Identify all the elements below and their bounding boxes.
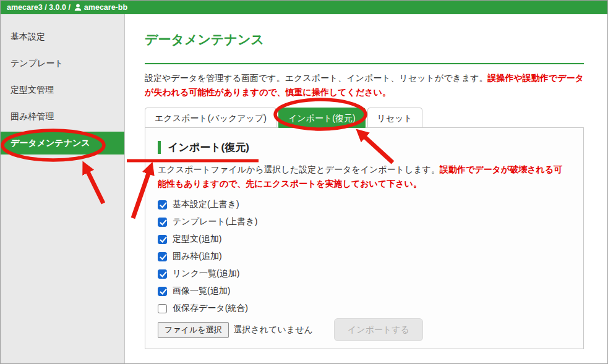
sidebar-item-data-maintenance[interactable]: データメンテナンス bbox=[1, 132, 124, 154]
checkbox-row-draft-data[interactable]: 仮保存データ(統合) bbox=[158, 300, 571, 317]
page-description: 設定やデータを管理する画面です。エクスポート、インポート、リセットができます。誤… bbox=[145, 71, 585, 99]
panel-heading: インポート(復元) bbox=[158, 140, 571, 154]
sidebar-item-border-box[interactable]: 囲み枠管理 bbox=[1, 103, 124, 130]
sidebar-item-basic-settings[interactable]: 基本設定 bbox=[1, 23, 124, 50]
checkbox-label: リンク一覧(追加) bbox=[173, 268, 239, 279]
checkbox-label: 画像一覧(追加) bbox=[173, 286, 230, 297]
app-window: amecare3 / 3.0.0 / amecare-bb 基本設定 テンプレー… bbox=[0, 0, 608, 364]
checkbox-label: 囲み枠(追加) bbox=[173, 251, 222, 262]
tab-import-restore[interactable]: インポート(復元) bbox=[278, 108, 366, 128]
sidebar-item-template[interactable]: テンプレート bbox=[1, 50, 124, 77]
checkbox-label: テンプレート(上書き) bbox=[173, 216, 257, 227]
user-icon bbox=[74, 4, 82, 11]
tab-bar: エクスポート(バックアップ) インポート(復元) リセット bbox=[145, 108, 583, 127]
import-options-list: 基本設定(上書き) テンプレート(上書き) 定型文(追加) 囲み枠(追加) リン… bbox=[158, 196, 571, 317]
panel-heading-text: インポート(復元) bbox=[168, 140, 249, 154]
panel-description-text: エクスポートファイルから選択した設定とデータをインポートします。 bbox=[158, 164, 440, 174]
file-select-button[interactable]: ファイルを選択 bbox=[158, 322, 229, 338]
main-content: データメンテナンス 設定やデータを管理する画面です。エクスポート、インポート、リ… bbox=[125, 14, 607, 363]
tab-export-backup[interactable]: エクスポート(バックアップ) bbox=[145, 108, 276, 128]
checkbox-row-image-list[interactable]: 画像一覧(追加) bbox=[158, 282, 571, 300]
checkbox-row-basic-settings[interactable]: 基本設定(上書き) bbox=[158, 196, 571, 213]
checkbox-label: 基本設定(上書き) bbox=[173, 199, 239, 210]
file-status-text: 選択されていません bbox=[234, 324, 313, 336]
checkbox-row-border-box[interactable]: 囲み枠(追加) bbox=[158, 248, 571, 265]
app-breadcrumb: amecare3 / 3.0.0 / bbox=[7, 3, 71, 12]
import-button[interactable]: インポートする bbox=[334, 318, 423, 341]
file-import-row: ファイルを選択 選択されていません インポートする bbox=[158, 318, 571, 341]
username: amecare-bb bbox=[84, 3, 127, 12]
checkbox-label: 仮保存データ(統合) bbox=[173, 303, 248, 314]
checkbox-image-list[interactable] bbox=[158, 287, 167, 296]
checkbox-draft-data[interactable] bbox=[158, 304, 167, 313]
sidebar: 基本設定 テンプレート 定型文管理 囲み枠管理 データメンテナンス bbox=[1, 14, 125, 363]
sidebar-item-fixed-phrases[interactable]: 定型文管理 bbox=[1, 77, 124, 103]
checkbox-fixed-phrases[interactable] bbox=[158, 235, 167, 244]
checkbox-row-link-list[interactable]: リンク一覧(追加) bbox=[158, 265, 571, 282]
checkbox-template[interactable] bbox=[158, 218, 167, 227]
tab-reset[interactable]: リセット bbox=[367, 108, 422, 128]
title-divider bbox=[145, 63, 584, 64]
checkbox-row-template[interactable]: テンプレート(上書き) bbox=[158, 213, 571, 231]
panel-description: エクスポートファイルから選択した設定とデータをインポートします。誤動作でデータが… bbox=[158, 163, 567, 191]
checkbox-row-fixed-phrases[interactable]: 定型文(追加) bbox=[158, 231, 571, 248]
page-title: データメンテナンス bbox=[145, 31, 583, 48]
import-tab-panel: インポート(復元) エクスポートファイルから選択した設定とデータをインポートしま… bbox=[145, 127, 584, 349]
page-description-text: 設定やデータを管理する画面です。エクスポート、インポート、リセットができます。 bbox=[145, 73, 488, 83]
heading-accent-bar bbox=[158, 141, 161, 154]
topbar: amecare3 / 3.0.0 / amecare-bb bbox=[1, 1, 607, 14]
checkbox-border-box[interactable] bbox=[158, 252, 167, 261]
checkbox-link-list[interactable] bbox=[158, 269, 167, 279]
checkbox-basic-settings[interactable] bbox=[158, 200, 167, 210]
checkbox-label: 定型文(追加) bbox=[173, 234, 221, 245]
